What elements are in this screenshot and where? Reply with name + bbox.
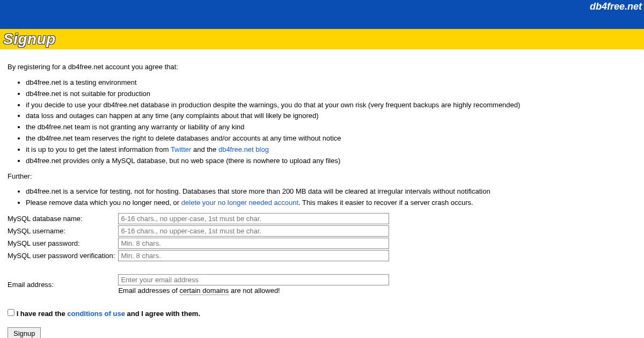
further-label: Further: <box>8 172 636 182</box>
twitter-link[interactable]: Twitter <box>171 145 191 153</box>
delete-account-link[interactable]: delete your no longer needed account <box>181 199 298 207</box>
list-item: if you decide to use your db4free.net da… <box>26 100 636 111</box>
main-content: By registering for a db4free.net account… <box>0 49 644 338</box>
text: Email addresses of <box>118 286 179 295</box>
list-item: the db4free.net team reserves the right … <box>26 134 636 144</box>
page-title: Signup <box>3 31 56 48</box>
password2-label: MySQL user password verification: <box>8 249 118 262</box>
email-input[interactable] <box>118 274 389 285</box>
list-item: db4free.net is not suitable for producti… <box>26 89 636 99</box>
list-item: data loss and outages can happen at any … <box>26 111 636 121</box>
terms-list-2: db4free.net is a service for testing, no… <box>8 187 636 208</box>
list-item: the db4free.net team is not granting any… <box>26 122 636 133</box>
password2-input[interactable] <box>118 250 389 261</box>
dbname-label: MySQL database name: <box>8 212 118 225</box>
text: . This makes it easier to recover if a s… <box>298 199 473 207</box>
text: I have read the <box>17 310 68 318</box>
text: and the <box>191 145 218 153</box>
list-item: db4free.net is a service for testing, no… <box>26 187 636 197</box>
dbname-input[interactable] <box>118 213 389 224</box>
header-blue-bar: db4free.net <box>0 0 644 29</box>
username-label: MySQL username: <box>8 225 118 237</box>
agree-label[interactable]: I have read the conditions of use and I … <box>17 310 200 318</box>
signup-form-table: MySQL database name: MySQL username: MyS… <box>8 212 391 295</box>
text: are not allowed! <box>229 286 280 295</box>
agree-row: I have read the conditions of use and I … <box>8 309 636 318</box>
password-input[interactable] <box>118 238 389 249</box>
header-yellow-bar: Signup <box>0 29 644 49</box>
password-label: MySQL user password: <box>8 237 118 249</box>
terms-list-1: db4free.net is a testing environment db4… <box>8 78 636 166</box>
email-label: Email address: <box>8 274 118 295</box>
intro-text: By registering for a db4free.net account… <box>8 62 636 72</box>
conditions-link[interactable]: conditions of use <box>67 310 125 318</box>
text: it is up to you to get the latest inform… <box>26 145 171 153</box>
agree-checkbox[interactable] <box>8 309 14 316</box>
text: Please remove data which you no longer n… <box>26 199 181 207</box>
list-item: db4free.net is a testing environment <box>26 78 636 88</box>
signup-button[interactable]: Signup <box>8 327 41 338</box>
blog-link[interactable]: db4free.net blog <box>218 145 269 153</box>
list-item: it is up to you to get the latest inform… <box>26 145 636 155</box>
list-item: Please remove data which you no longer n… <box>26 198 636 208</box>
username-input[interactable] <box>118 225 389 237</box>
list-item: db4free.net provides only a MySQL databa… <box>26 156 636 166</box>
certain-domains-link[interactable]: certain domains <box>180 286 229 295</box>
email-hint: Email addresses of certain domains are n… <box>118 286 389 295</box>
text: and I agree with them. <box>125 310 200 318</box>
brand-logo: db4free.net <box>590 1 642 12</box>
